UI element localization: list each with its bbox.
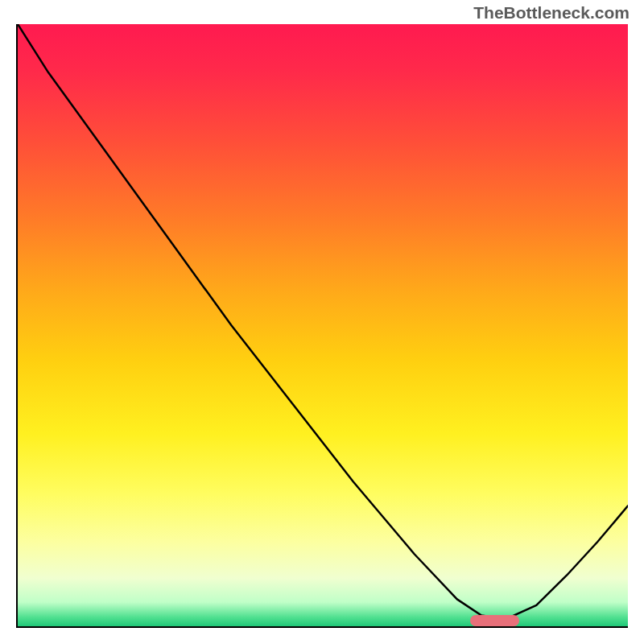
optimum-marker (470, 615, 519, 626)
watermark-text: TheBottleneck.com (473, 3, 630, 23)
curve-path (18, 24, 628, 619)
bottleneck-curve (18, 24, 628, 626)
plot-area (16, 24, 628, 628)
